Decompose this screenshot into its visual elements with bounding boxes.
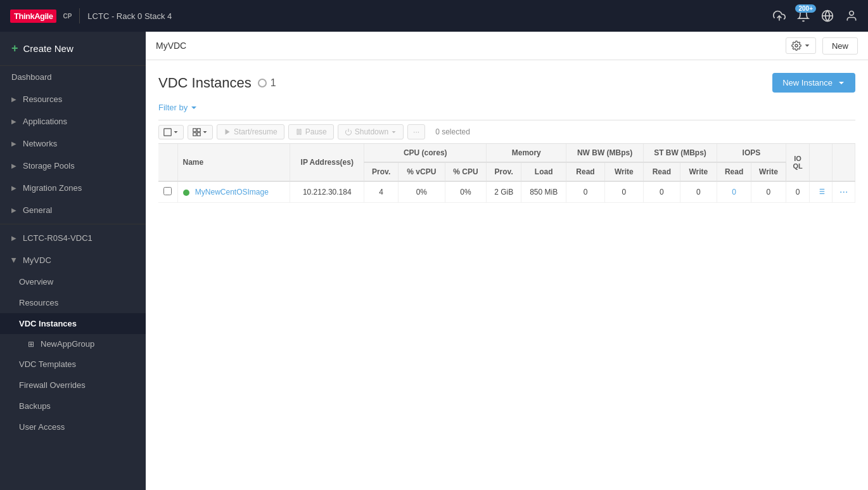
- sidebar-sub-item-user-access[interactable]: User Access: [0, 416, 146, 437]
- svg-rect-13: [197, 132, 200, 136]
- sidebar: + Create New Dashboard ▶ Resources ▶ App…: [0, 32, 146, 490]
- sidebar-item-migration-zones[interactable]: ▶ Migration Zones: [0, 177, 146, 199]
- th-cpu-group: CPU (cores): [364, 144, 487, 162]
- globe-icon[interactable]: [821, 10, 834, 22]
- arrow-icon: ▶: [11, 96, 16, 103]
- th-ip[interactable]: IP Address(es): [290, 144, 364, 181]
- svg-point-4: [795, 44, 798, 47]
- row-checkbox-cell[interactable]: [158, 181, 177, 203]
- svg-rect-10: [193, 128, 196, 131]
- sidebar-sub-item-vdc-instances[interactable]: VDC Instances: [0, 313, 146, 334]
- th-cpu-group-label: CPU (cores): [404, 148, 447, 157]
- sidebar-sub-item-backups[interactable]: Backups: [0, 396, 146, 416]
- th-nw-write[interactable]: Write: [604, 162, 643, 181]
- th-prov-mem[interactable]: Prov.: [487, 162, 521, 181]
- start-resume-button[interactable]: Start/resume: [217, 124, 284, 139]
- svg-rect-17: [300, 129, 301, 134]
- content-header: MyVDC New: [146, 32, 868, 60]
- rack-title: LCTC - Rack 0 Stack 4: [87, 11, 172, 21]
- shutdown-label: Shutdown: [355, 127, 388, 136]
- th-ip-label: IP Address(es): [301, 158, 354, 167]
- th-st-write[interactable]: Write: [680, 162, 717, 181]
- notification-icon[interactable]: 200+: [797, 10, 810, 22]
- page-title: VDC Instances 1: [158, 75, 276, 91]
- row-checkbox[interactable]: [163, 187, 172, 195]
- sidebar-item-applications[interactable]: ▶ Applications: [0, 110, 146, 132]
- instance-name-link[interactable]: MyNewCentOSImage: [195, 188, 269, 197]
- top-navigation: ThinkAgile CP LCTC - Rack 0 Stack 4 200+: [0, 0, 868, 32]
- checkbox-select-button[interactable]: [158, 125, 184, 139]
- new-button[interactable]: New: [822, 37, 858, 55]
- arrow-icon: ▶: [11, 184, 16, 191]
- row-nw-write-cell: 0: [604, 181, 643, 203]
- sub-resources-label: Resources: [19, 298, 58, 307]
- create-new-button[interactable]: + Create New: [0, 32, 146, 66]
- sidebar-general-label: General: [23, 205, 52, 215]
- sidebar-item-resources[interactable]: ▶ Resources: [0, 88, 146, 110]
- th-name[interactable]: Name: [177, 144, 290, 181]
- myvdc-label: MyVDC: [23, 255, 51, 265]
- th-iops-write[interactable]: Write: [751, 162, 786, 181]
- sidebar-item-storage-pools[interactable]: ▶ Storage Pools: [0, 155, 146, 177]
- svg-rect-8: [164, 128, 171, 135]
- sidebar-sub-item-resources[interactable]: Resources: [0, 292, 146, 313]
- overview-label: Overview: [19, 277, 53, 287]
- sidebar-sub-item-vdc-templates[interactable]: VDC Templates: [0, 354, 146, 375]
- th-cpu[interactable]: % CPU: [445, 162, 487, 181]
- settings-gear-button[interactable]: [786, 37, 816, 54]
- checkbox-dropdown-icon: [173, 129, 179, 135]
- status-indicator: [183, 190, 189, 196]
- upload-icon[interactable]: [773, 10, 786, 22]
- filter-by-button[interactable]: Filter by: [158, 103, 198, 112]
- checkbox-icon: [163, 128, 172, 136]
- th-nw-read[interactable]: Read: [566, 162, 605, 181]
- vdc-templates-label: VDC Templates: [19, 359, 76, 369]
- table-group-header-row: Name IP Address(es) CPU (cores) Memory N: [158, 144, 855, 162]
- sidebar-migration-label: Migration Zones: [23, 183, 82, 193]
- more-actions-button[interactable]: ···: [407, 124, 425, 139]
- svg-marker-6: [839, 82, 844, 84]
- arrow-icon: ▶: [11, 140, 16, 147]
- table-toolbar: Start/resume Pause Shutdown: [158, 120, 855, 144]
- th-checkbox: [158, 144, 177, 181]
- sidebar-item-networks[interactable]: ▶ Networks: [0, 132, 146, 155]
- pause-button[interactable]: Pause: [288, 124, 334, 139]
- grid-view-button[interactable]: [188, 125, 213, 139]
- row-list-icon-cell[interactable]: [810, 181, 833, 203]
- grid-icon: [193, 128, 201, 136]
- th-vcpu[interactable]: % vCPU: [399, 162, 445, 181]
- svg-marker-14: [203, 131, 207, 133]
- sidebar-main-section: Dashboard ▶ Resources ▶ Applications ▶ N…: [0, 66, 146, 221]
- sidebar-sub-item-firewall[interactable]: Firewall Overrides: [0, 375, 146, 396]
- svg-rect-16: [297, 129, 298, 134]
- th-prov-cpu[interactable]: Prov.: [364, 162, 399, 181]
- arrow-icon: ▶: [11, 235, 16, 242]
- th-iops-label: IOPS: [743, 148, 761, 157]
- row-iops-write-cell: 0: [751, 181, 786, 203]
- svg-marker-15: [226, 129, 230, 135]
- th-st-bw-group: ST BW (MBps): [643, 144, 717, 162]
- th-load[interactable]: Load: [521, 162, 566, 181]
- content-header-title: MyVDC: [156, 41, 186, 51]
- row-vcpu-cell: 0%: [399, 181, 445, 203]
- sidebar-item-dashboard[interactable]: Dashboard: [0, 66, 146, 88]
- sidebar-item-lctc-vdc1[interactable]: ▶ LCTC-R0S4-VDC1: [0, 227, 146, 249]
- th-st-read[interactable]: Read: [643, 162, 680, 181]
- content-body: VDC Instances 1 New Instance Filter by: [146, 60, 868, 490]
- brand-cp-label: CP: [63, 13, 72, 20]
- sidebar-item-myvdc[interactable]: ▶ MyVDC: [0, 249, 146, 271]
- th-iops-read[interactable]: Read: [717, 162, 751, 181]
- user-icon[interactable]: [845, 10, 858, 22]
- row-st-read-cell: 0: [643, 181, 680, 203]
- firewall-label: Firewall Overrides: [19, 380, 86, 390]
- filter-by-label: Filter by: [158, 103, 188, 112]
- new-instance-button[interactable]: New Instance: [772, 73, 855, 93]
- row-more-cell[interactable]: ···: [833, 181, 855, 203]
- sidebar-sub-item-new-app-group[interactable]: ⊞ NewAppGroup: [0, 334, 146, 354]
- shutdown-button[interactable]: Shutdown: [338, 124, 404, 139]
- notification-count-badge: 200+: [795, 4, 816, 13]
- svg-marker-7: [191, 106, 196, 109]
- sidebar-item-general[interactable]: ▶ General: [0, 199, 146, 221]
- sidebar-sub-item-overview[interactable]: Overview: [0, 271, 146, 292]
- svg-point-3: [850, 11, 854, 16]
